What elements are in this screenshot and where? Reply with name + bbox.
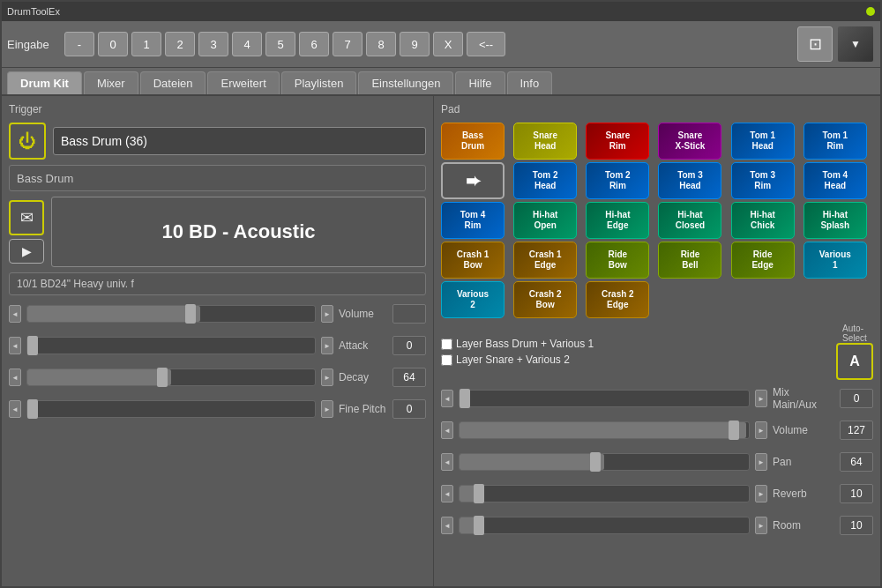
room-label: Room [773,519,834,532]
arrow-right-icon: ➨ [466,170,481,191]
right-volume-left[interactable]: ◄ [441,421,453,439]
layer2-checkbox-label[interactable]: Layer Snare + Various 2 [441,354,594,366]
pad-snare-rim[interactable]: SnareRim [586,123,649,160]
fine-pitch-slider-left[interactable]: ◄ [9,400,21,418]
tab-drum-kit[interactable]: Drum Kit [7,71,82,94]
volume-slider-right[interactable]: ► [321,305,333,323]
pad-tom1-rim[interactable]: Tom 1Rim [804,123,867,160]
btn-0[interactable]: 0 [98,32,128,56]
tab-mixer[interactable]: Mixer [84,71,138,94]
reverb-slider-track[interactable] [459,485,750,502]
btn-2[interactable]: 2 [165,32,195,56]
pad-various1[interactable]: Various1 [804,242,867,279]
pad-crash2-edge[interactable]: Crash 2Edge [586,281,649,318]
attack-slider-right[interactable]: ► [321,337,333,354]
pan-slider-left[interactable]: ◄ [441,453,453,471]
btn-backspace[interactable]: <-- [467,32,505,56]
trigger-label: Trigger [9,103,426,115]
room-slider-row: ◄ ► Room 10 [441,512,873,539]
fine-pitch-slider-track[interactable] [26,400,316,418]
decay-slider-left[interactable]: ◄ [9,368,21,386]
pad-snare-head[interactable]: SnareHead [513,123,577,160]
drum-select[interactable]: Bass Drum (36) [53,127,426,155]
pad-tom2-rim[interactable]: Tom 2Rim [586,162,649,199]
attack-slider-left[interactable]: ◄ [9,337,21,354]
pad-various2[interactable]: Various2 [441,281,505,318]
pan-slider-right[interactable]: ► [755,453,767,471]
volume-slider-track[interactable] [26,305,316,323]
pad-crash2-bow[interactable]: Crash 2Bow [513,281,577,318]
edit-sample-button[interactable]: ✉ [9,200,44,235]
tabs-row: Drum Kit Mixer Dateien Erweitert Playlis… [2,68,880,96]
auto-select-area: Auto-Select A [836,324,873,380]
btn-8[interactable]: 8 [366,32,396,56]
mix-slider-left[interactable]: ◄ [441,390,453,407]
tab-dateien[interactable]: Dateien [140,71,206,94]
pad-hihat-splash[interactable]: Hi-hatSplash [804,202,867,239]
pad-ride-bow[interactable]: RideBow [586,242,649,279]
fine-pitch-slider-right[interactable]: ► [321,400,333,418]
btn-7[interactable]: 7 [333,32,363,56]
btn-4[interactable]: 4 [232,32,262,56]
reverb-slider-left[interactable]: ◄ [441,485,453,502]
btn-9[interactable]: 9 [400,32,430,56]
pad-crash1-edge[interactable]: Crash 1Edge [513,242,577,279]
mix-slider-track[interactable] [459,390,750,407]
eingabe-label: Eingabe [7,38,56,51]
layer1-checkbox-label[interactable]: Layer Bass Drum + Various 1 [441,338,594,350]
app-title: DrumToolEx [7,6,60,17]
pad-tom3-head[interactable]: Tom 3Head [658,162,721,199]
right-panel: Pad BassDrum SnareHead SnareRim SnareX-S… [434,96,880,586]
pad-tom4-rim[interactable]: Tom 4Rim [441,202,505,239]
btn-5[interactable]: 5 [265,32,295,56]
mix-slider-right[interactable]: ► [755,390,767,407]
right-volume-right[interactable]: ► [755,421,767,439]
pad-tom1-head[interactable]: Tom 1Head [731,123,795,160]
pad-ride-edge[interactable]: RideEdge [731,242,795,279]
decay-slider-track[interactable] [26,368,316,386]
drum-name-input[interactable] [9,165,426,191]
pad-hihat-closed[interactable]: Hi-hatClosed [658,202,721,239]
pad-arrow-select[interactable]: ➨ [441,162,505,199]
volume-slider-left[interactable]: ◄ [9,305,21,323]
power-button[interactable]: ⏻ [9,123,46,160]
pad-tom4-head[interactable]: Tom 4Head [804,162,867,199]
tab-einstellungen[interactable]: Einstellungen [358,71,453,94]
btn-3[interactable]: 3 [198,32,228,56]
room-slider-right[interactable]: ► [755,517,767,534]
room-slider-left[interactable]: ◄ [441,517,453,534]
play-button[interactable]: ▶ [9,239,44,264]
screen-btn[interactable]: ⊡ [797,26,833,62]
status-dot [866,7,875,16]
btn-minus[interactable]: - [64,32,94,56]
tab-playlisten[interactable]: Playlisten [281,71,357,94]
pad-crash1-bow[interactable]: Crash 1Bow [441,242,505,279]
right-volume-track[interactable] [459,421,750,439]
pad-snare-xstick[interactable]: SnareX-Stick [658,123,721,160]
pad-ride-bell[interactable]: RideBell [658,242,721,279]
reverb-slider-right[interactable]: ► [755,485,767,502]
icon-left-btns: ✉ ▶ [9,200,44,264]
attack-slider-track[interactable] [26,337,316,354]
btn-1[interactable]: 1 [131,32,161,56]
btn-6[interactable]: 6 [299,32,329,56]
pad-hihat-chick[interactable]: Hi-hatChick [731,202,795,239]
room-slider-track[interactable] [459,517,750,534]
pan-slider-track[interactable] [459,453,750,471]
auto-select-button[interactable]: A [836,343,873,380]
tab-erweitert[interactable]: Erweitert [207,71,279,94]
pad-bass-drum[interactable]: BassDrum [441,123,505,160]
tab-info[interactable]: Info [507,71,553,94]
decay-slider-right[interactable]: ► [321,368,333,386]
pad-hihat-open[interactable]: Hi-hatOpen [513,202,577,239]
screen-icon: ⊡ [809,34,822,54]
layer1-checkbox[interactable] [441,339,452,350]
layer2-checkbox[interactable] [441,354,452,366]
tab-hilfe[interactable]: Hilfe [455,71,505,94]
pad-tom3-rim[interactable]: Tom 3Rim [731,162,795,199]
btn-x[interactable]: X [433,32,463,56]
menu-btn[interactable]: ▼ [836,25,875,63]
pan-slider-row: ◄ ► Pan 64 [441,449,873,475]
pad-tom2-head[interactable]: Tom 2Head [513,162,577,199]
pad-hihat-edge[interactable]: Hi-hatEdge [586,202,649,239]
